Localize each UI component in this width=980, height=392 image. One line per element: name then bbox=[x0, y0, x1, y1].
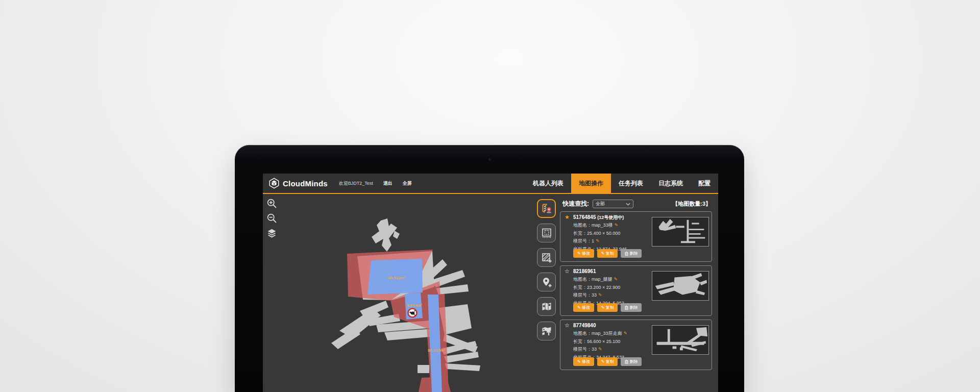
pencil-icon: ✎ bbox=[577, 251, 581, 256]
pencil-icon: ✎ bbox=[601, 359, 605, 364]
map-card[interactable]: ★ 51764845 (12号使用中) 地图名：map_33楼✎ 长宽：25.4… bbox=[560, 211, 712, 262]
favorite-star-icon[interactable]: ☆ bbox=[565, 268, 570, 275]
map-card-details: 地图名：map_腿腿✎ 长宽：23.200 × 22.900 楼层号：33✎ 坐… bbox=[573, 276, 624, 307]
edit-name-icon[interactable]: ✎ bbox=[615, 223, 619, 228]
tab-map-operation[interactable]: 地图操作 bbox=[571, 174, 611, 193]
pencil-icon: ✎ bbox=[577, 305, 581, 310]
map-size-row: 长宽：25.400 × 50.000 bbox=[573, 230, 627, 238]
tool-task-point-list[interactable] bbox=[537, 199, 556, 218]
tool-map-erase[interactable] bbox=[537, 297, 556, 316]
tab-log-system[interactable]: 日志系统 bbox=[651, 174, 691, 193]
map-card[interactable]: ☆ 87749840 地图名：map_33层走廊✎ 长宽：56.600 × 25… bbox=[560, 320, 712, 370]
brand: CloudMinds bbox=[268, 178, 328, 189]
modify-button[interactable]: ✎修改 bbox=[573, 249, 594, 258]
copy-button[interactable]: ✎复制 bbox=[597, 357, 618, 366]
map-count-text: 【地图数量:3】 bbox=[672, 200, 711, 208]
map-name-row: 地图名：map_33层走廊✎ bbox=[573, 330, 627, 338]
map-card-details: 地图名：map_33层走廊✎ 长宽：56.600 × 25.100 楼层号：33… bbox=[573, 330, 627, 361]
zoom-in-icon[interactable] bbox=[266, 198, 277, 209]
chevron-down-icon bbox=[626, 203, 630, 206]
delete-button[interactable]: 删除 bbox=[621, 303, 642, 312]
quick-search-label: 快速查找: bbox=[562, 200, 589, 208]
nav-tabs: 机器人列表 地图操作 任务列表 日志系统 配置 bbox=[525, 174, 718, 193]
map-canvas[interactable]: 40.519m² 8.614m² 80.215m² bbox=[263, 194, 541, 392]
panel-header: 快速查找: 全部 【地图数量:3】 bbox=[556, 194, 718, 211]
card-actions: ✎修改 ✎复制 删除 bbox=[573, 249, 642, 258]
zoom-out-icon[interactable] bbox=[266, 213, 277, 224]
map-thumbnail[interactable] bbox=[652, 271, 709, 301]
map-name-row: 地图名：map_33楼✎ bbox=[573, 222, 627, 230]
modify-button[interactable]: ✎修改 bbox=[573, 357, 594, 366]
brand-name: CloudMinds bbox=[283, 179, 328, 188]
map-card-title: 51764845 (12号使用中) bbox=[573, 214, 624, 221]
favorite-star-icon[interactable]: ★ bbox=[565, 214, 570, 220]
tab-robot-list[interactable]: 机器人列表 bbox=[525, 174, 571, 193]
pencil-icon: ✎ bbox=[601, 251, 605, 256]
copy-button[interactable]: ✎复制 bbox=[597, 249, 618, 258]
map-card[interactable]: ☆ 82186961 地图名：map_腿腿✎ 长宽：23.200 × 22.90… bbox=[560, 265, 712, 316]
pencil-icon: ✎ bbox=[601, 305, 605, 310]
card-actions: ✎修改 ✎复制 删除 bbox=[573, 357, 642, 366]
edit-name-icon[interactable]: ✎ bbox=[614, 277, 618, 282]
tool-virtual-wall-add[interactable] bbox=[537, 248, 556, 267]
map-status: (12号使用中) bbox=[597, 215, 624, 220]
map-filter-select[interactable]: 全部 bbox=[593, 200, 633, 208]
favorite-star-icon[interactable]: ☆ bbox=[565, 322, 570, 329]
delete-button[interactable]: 删除 bbox=[621, 357, 642, 366]
welcome-text: 欢迎BJDT2_Test bbox=[339, 180, 373, 187]
map-size-row: 长宽：56.600 × 25.100 bbox=[573, 338, 627, 346]
map-size-row: 长宽：23.200 × 22.900 bbox=[573, 284, 624, 292]
area-label-3: 80.215m² bbox=[428, 348, 446, 353]
pencil-icon: ✎ bbox=[577, 359, 581, 364]
map-thumbnail[interactable] bbox=[652, 217, 709, 247]
trash-icon bbox=[625, 306, 628, 310]
tool-map-region-select[interactable] bbox=[537, 224, 556, 242]
map-list-panel: 快速查找: 全部 【地图数量:3】 ★ 51764845 (12号使用中) 地图… bbox=[556, 194, 718, 392]
cloudminds-logo-icon bbox=[268, 178, 280, 189]
fullscreen-link[interactable]: 全屏 bbox=[403, 180, 412, 187]
edit-floor-icon[interactable]: ✎ bbox=[598, 292, 602, 298]
map-id: 82186961 bbox=[573, 268, 596, 274]
map-card-details: 地图名：map_33楼✎ 长宽：25.400 × 50.000 楼层号：1✎ 坐… bbox=[573, 222, 627, 253]
map-card-title: 82186961 bbox=[573, 268, 596, 274]
logout-link[interactable]: 退出 bbox=[383, 180, 393, 187]
filter-selected-value: 全部 bbox=[596, 201, 605, 207]
copy-button[interactable]: ✎复制 bbox=[597, 303, 618, 312]
map-floor-row: 楼层号：33✎ bbox=[573, 291, 624, 300]
area-label-2: 8.614m² bbox=[407, 303, 422, 308]
map-name-row: 地图名：map_腿腿✎ bbox=[573, 276, 624, 284]
map-zoom-controls bbox=[266, 198, 277, 238]
top-navbar: CloudMinds 欢迎BJDT2_Test 退出 全屏 机器人列表 地图操作… bbox=[263, 174, 718, 194]
map-floor-row: 楼层号：1✎ bbox=[573, 237, 627, 246]
map-floor-row: 楼层号：33✎ bbox=[573, 346, 627, 354]
tool-map-upload[interactable] bbox=[537, 322, 556, 340]
modify-button[interactable]: ✎修改 bbox=[573, 303, 594, 312]
map-card-title: 87749840 bbox=[573, 323, 596, 328]
tool-poi-add[interactable] bbox=[537, 273, 556, 291]
layers-icon[interactable] bbox=[266, 228, 277, 238]
area-label-1: 40.519m² bbox=[388, 276, 406, 280]
edit-name-icon[interactable]: ✎ bbox=[624, 331, 628, 336]
laptop-mockup: CloudMinds 欢迎BJDT2_Test 退出 全屏 机器人列表 地图操作… bbox=[235, 145, 744, 392]
delete-button[interactable]: 删除 bbox=[621, 249, 642, 258]
webcam-dot bbox=[488, 158, 491, 161]
trash-icon bbox=[625, 252, 628, 256]
map-tools-toolbar bbox=[537, 199, 556, 340]
tab-config[interactable]: 配置 bbox=[691, 174, 718, 193]
map-id: 51764845 bbox=[573, 214, 596, 220]
trash-icon bbox=[625, 360, 628, 364]
robot-marker[interactable] bbox=[408, 309, 417, 317]
app-screen: CloudMinds 欢迎BJDT2_Test 退出 全屏 机器人列表 地图操作… bbox=[263, 174, 718, 392]
edit-floor-icon[interactable]: ✎ bbox=[596, 238, 600, 243]
map-thumbnail[interactable] bbox=[652, 325, 709, 355]
tab-task-list[interactable]: 任务列表 bbox=[611, 174, 651, 193]
edit-floor-icon[interactable]: ✎ bbox=[598, 347, 602, 352]
card-actions: ✎修改 ✎复制 删除 bbox=[573, 303, 642, 312]
map-id: 87749840 bbox=[573, 323, 596, 328]
